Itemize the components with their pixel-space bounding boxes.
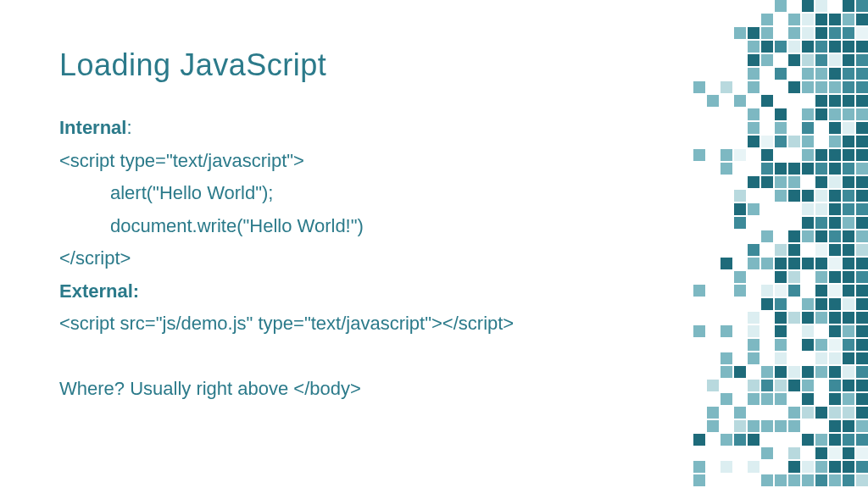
where-line: Where? Usually right above </body> — [59, 373, 809, 406]
slide-title: Loading JavaScript — [59, 47, 809, 83]
code-line-script-close: </script> — [59, 242, 809, 275]
internal-label: Internal — [59, 117, 126, 138]
external-label: External: — [59, 280, 139, 302]
code-line-script-open: <script type="text/javascript"> — [59, 145, 809, 178]
internal-colon: : — [126, 117, 131, 138]
spacer — [59, 341, 809, 373]
external-heading: External: — [59, 275, 809, 308]
code-line-alert: alert("Hello World"); — [59, 177, 809, 210]
slide-content: Loading JavaScript Internal: <script typ… — [0, 0, 868, 405]
code-line-docwrite: document.write("Hello World!") — [59, 210, 809, 243]
code-line-external-script: <script src="js/demo.js" type="text/java… — [59, 308, 809, 341]
internal-heading: Internal: — [59, 112, 809, 145]
